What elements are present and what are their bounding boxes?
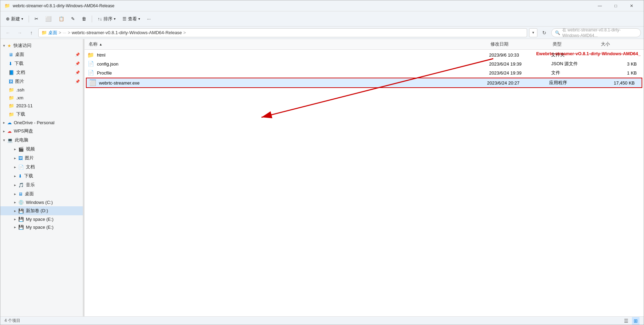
delete-icon: 🗑 — [82, 16, 86, 21]
up-button[interactable]: ↑ — [27, 28, 36, 38]
onedrive-icon: ☁ — [7, 120, 12, 125]
copy-button[interactable]: ⬜ — [42, 14, 55, 24]
view-button[interactable]: ☰ 查看 ▾ — [120, 14, 143, 24]
new-icon: ⊕ — [6, 16, 10, 21]
file-size: 17,450 KB — [597, 80, 639, 86]
sidebar-item-docs[interactable]: ▸ 📄 文档 — [0, 162, 83, 171]
json-icon: 📄 — [88, 61, 94, 67]
col-header-type[interactable]: 类型 — [551, 40, 600, 48]
file-row[interactable]: 📁 html 2023/9/6 10:33 文件夹 — [85, 50, 644, 59]
file-icon: 📄 — [88, 70, 94, 76]
cut-button[interactable]: ✂ — [32, 14, 41, 23]
title-bar: 📁 webrtc-streamer-v0.8.1-dirty-Windows-A… — [0, 0, 644, 11]
sidebar-item-images[interactable]: ▸ 🖼 图片 — [0, 154, 83, 162]
forward-button[interactable]: → — [15, 28, 24, 38]
details-view-button[interactable]: ☰ — [622, 317, 630, 325]
back-button[interactable]: ← — [3, 28, 13, 38]
file-name-cell: ⬜ webrtc-streamer.exe — [89, 79, 487, 86]
content-area: 名称 ▲ 修改日期 类型 大小 📁 html 2023/9/6 — [85, 39, 644, 316]
pin-icon-documents: 📌 — [75, 70, 80, 75]
file-modified: 2023/6/24 19:39 — [489, 70, 551, 76]
pc-icon: 💻 — [7, 138, 13, 143]
sidebar-item-windows[interactable]: ▸ 💿 Windows (C:) — [0, 198, 83, 206]
toolbar-separator-1 — [29, 16, 29, 22]
sidebar-item-xm[interactable]: 📁 .xm — [0, 94, 83, 102]
status-bar: 4 个项目 ☰ ⊞ — [0, 316, 644, 325]
sidebar-item-desktop[interactable]: 🖥 桌面 📌 — [0, 50, 83, 59]
rename-button[interactable]: ✎ — [68, 14, 78, 23]
sidebar-item-ssh[interactable]: 📁 .ssh — [0, 86, 83, 94]
downloads2-folder-icon: 📁 — [9, 112, 14, 117]
minimize-button[interactable]: — — [592, 0, 608, 11]
file-row[interactable]: ⬜ webrtc-streamer.exe 2023/6/24 20:27 应用… — [86, 78, 642, 88]
maximize-button[interactable]: □ — [608, 0, 624, 11]
docs-icon: 📄 — [18, 165, 24, 170]
breadcrumb-expand-button[interactable]: ▾ — [529, 28, 537, 37]
sidebar-item-documents[interactable]: 📘 文档 📌 — [0, 68, 83, 77]
sidebar-item-music[interactable]: ▸ 🎵 音乐 — [0, 180, 83, 189]
list-view-button[interactable]: ⊞ — [632, 317, 640, 325]
window-title: webrtc-streamer-v0.8.1-dirty-Windows-AMD… — [13, 3, 592, 8]
sidebar-item-downloads2[interactable]: ▸ ⬇ 下载 — [0, 171, 83, 180]
file-icon-wrapper: 📁 — [87, 51, 94, 58]
delete-button[interactable]: 🗑 — [79, 14, 89, 23]
exe-icon: ⬜ — [90, 80, 96, 86]
docs-expand-icon: ▸ — [14, 165, 16, 169]
file-type: JSON 源文件 — [551, 61, 600, 67]
file-row[interactable]: 📄 Procfile 2023/6/24 19:39 文件 1 KB — [85, 68, 644, 77]
toolbar-separator-2 — [92, 16, 92, 22]
sidebar-item-pictures[interactable]: 🖼 图片 📌 — [0, 77, 83, 86]
paste-icon: 📋 — [59, 16, 64, 21]
file-icon-wrapper: ⬜ — [89, 79, 96, 86]
paste-button[interactable]: 📋 — [56, 14, 67, 23]
view-controls: ☰ ⊞ — [622, 317, 640, 325]
breadcrumb-part1[interactable]: 桌面 — [48, 30, 57, 36]
onedrive-expand-icon: ▸ — [3, 120, 5, 125]
col-header-size[interactable]: 大小 — [600, 40, 641, 48]
pin-icon-downloads: 📌 — [75, 61, 80, 66]
file-name-cell: 📄 Procfile — [87, 69, 489, 76]
file-name: Procfile — [97, 70, 112, 76]
sidebar-section-quick-access[interactable]: ▾ ★ 快速访问 — [0, 41, 83, 50]
breadcrumb-bar[interactable]: 📁 桌面 > ··· > webrtc-streamer-v0.8.1-dirt… — [38, 28, 527, 37]
new-button[interactable]: ⊕ 新建 ▾ — [3, 14, 26, 24]
col-header-name[interactable]: 名称 ▲ — [87, 40, 489, 48]
desktop-icon: 🖥 — [9, 52, 13, 57]
downloads-icon: ⬇ — [9, 61, 12, 66]
videos-icon: 🎬 — [18, 147, 24, 152]
toolbar: ⊕ 新建 ▾ ✂ ⬜ 📋 ✎ 🗑 ↑↓ 排序 ▾ ☰ 查看 ▾ — [0, 11, 644, 27]
new-vol-disk-icon: 💾 — [18, 208, 24, 214]
file-explorer-window: 📁 webrtc-streamer-v0.8.1-dirty-Windows-A… — [0, 0, 644, 325]
downloads2-expand-icon: ▸ — [14, 174, 16, 178]
more-button[interactable]: ··· — [144, 14, 153, 23]
sidebar-item-myspace[interactable]: ▸ 💾 My space (E:) — [0, 215, 83, 223]
sort-icon: ↑↓ — [98, 16, 102, 21]
file-row[interactable]: 📄 config.json 2023/6/24 19:39 JSON 源文件 3… — [85, 59, 644, 68]
sidebar-item-desktop2[interactable]: ▸ 🖥 桌面 — [0, 189, 83, 198]
images-icon: 🖼 — [18, 156, 23, 161]
file-modified: 2023/9/6 10:33 — [489, 52, 551, 58]
file-list: 📁 html 2023/9/6 10:33 文件夹 📄 config.json … — [85, 50, 644, 316]
col-header-modified[interactable]: 修改日期 — [489, 40, 551, 48]
sidebar-section-onedrive[interactable]: ▸ ☁ OneDrive - Personal — [0, 119, 83, 127]
search-box[interactable]: 🔍 在 webrtc-streamer-v0.8.1-dirty-Windows… — [551, 28, 641, 37]
close-button[interactable]: ✕ — [624, 0, 640, 11]
sidebar-section-wps[interactable]: ▸ ☁ WPS网盘 — [0, 127, 83, 136]
refresh-button[interactable]: ↻ — [539, 28, 549, 38]
quick-access-star-icon: ★ — [7, 43, 11, 48]
sidebar-item-dl2[interactable]: 📁 下载 — [0, 110, 83, 119]
sidebar-section-pc[interactable]: ▾ 💻 此电脑 — [0, 136, 83, 145]
sidebar: ▾ ★ 快速访问 🖥 桌面 📌 ⬇ 下载 📌 📘 文档 📌 🖼 图片 — [0, 39, 83, 316]
sidebar-item-myspace2[interactable]: ▸ 💾 My space (E:) — [0, 223, 83, 231]
sidebar-item-new-vol[interactable]: ▸ 💾 新加卷 (D:) — [0, 206, 83, 215]
view-dropdown-icon: ▾ — [138, 17, 140, 21]
breadcrumb-part2[interactable]: ··· — [63, 30, 67, 35]
sort-button[interactable]: ↑↓ 排序 ▾ — [95, 14, 118, 24]
sidebar-item-videos[interactable]: ▸ 🎬 视频 — [0, 145, 83, 154]
file-name: html — [97, 52, 106, 58]
pin-icon-desktop: 📌 — [75, 52, 80, 57]
sidebar-item-2023[interactable]: 📁 2023-11 — [0, 102, 83, 110]
sidebar-item-downloads[interactable]: ⬇ 下载 📌 — [0, 59, 83, 68]
music-expand-icon: ▸ — [14, 183, 16, 187]
file-type: 文件夹 — [551, 52, 600, 58]
